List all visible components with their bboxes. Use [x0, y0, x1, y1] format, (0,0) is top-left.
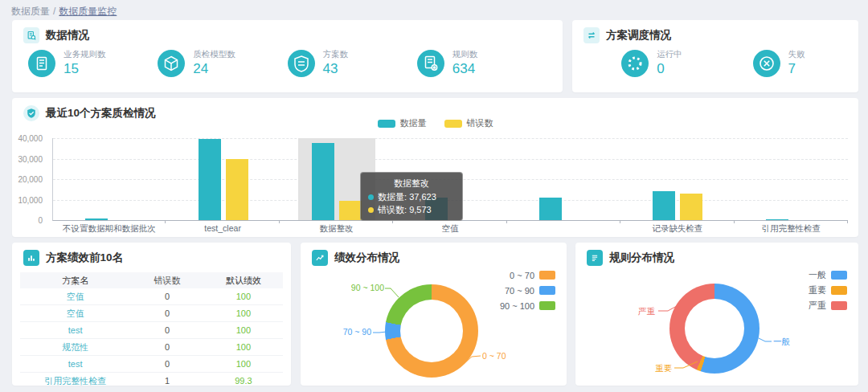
table-row: 引用完整性检查199.3: [20, 373, 283, 386]
legend-item-错误数[interactable]: 错误数: [444, 117, 493, 129]
bar-数据量-test_clear[interactable]: [199, 139, 221, 220]
y-axis-tick-label: 30,000: [18, 154, 43, 163]
stat-label: 方案数: [323, 49, 349, 60]
table-row: test0100: [20, 322, 283, 339]
transfer-arrows-icon: [583, 27, 600, 43]
rules-donut-chart[interactable]: [669, 284, 760, 374]
stat-failed: 失败 7: [715, 49, 842, 77]
plan-name-link[interactable]: 引用完整性检查: [20, 375, 130, 386]
error-count: 0: [130, 325, 204, 335]
stat-business-rules: 业务规则数 15: [28, 49, 158, 77]
legend-swatch: [444, 120, 462, 128]
legend-label: 数据量: [400, 117, 427, 129]
stat-label: 业务规则数: [63, 49, 106, 60]
stat-value: 7: [788, 61, 805, 77]
stat-label: 运行中: [657, 49, 682, 60]
y-axis-tick-label: 20,000: [18, 175, 43, 184]
bar-group-不设置数据期和数据批次: [53, 138, 166, 220]
dashboard-data-quality-monitor: 数据质量/数据质量监控 数据情况: [0, 0, 868, 392]
bar-错误数-记录缺失检查[interactable]: [680, 194, 702, 220]
table-row: 规范性0100: [20, 339, 283, 356]
breadcrumb-parent-link[interactable]: 数据质量: [11, 6, 50, 17]
table-title: 方案绩效前10名: [46, 251, 123, 265]
stat-value: 0: [657, 61, 682, 77]
plan-name-link[interactable]: 空值: [20, 291, 130, 303]
bar-数据量-记录缺失检查[interactable]: [653, 191, 675, 220]
legend-item-严重[interactable]: 严重: [809, 298, 847, 313]
table-header-row: 方案名错误数默认绩效: [20, 272, 283, 288]
table-row: 空值0100: [20, 288, 283, 305]
donut-legend: 0 ~ 7070 ~ 9090 ~ 100: [500, 267, 555, 313]
performance-donut-chart[interactable]: [385, 284, 478, 378]
card-perf-donut-header: 绩效分布情况: [301, 243, 567, 266]
bar-错误数-数据整改[interactable]: [339, 201, 362, 220]
page-section-title: 方案调度情况: [606, 28, 671, 43]
bar-chart-plot: 数据整改 数据量: 37,623 错误数: 9,573: [52, 138, 848, 221]
donut-callout-label: 严重: [638, 306, 655, 317]
shield-icon: [288, 50, 315, 77]
bar-group-test_clear: [166, 138, 280, 220]
table-row: test0100: [20, 356, 283, 373]
legend-item-数据量[interactable]: 数据量: [378, 117, 427, 129]
legend-label: 90 ~ 100: [500, 301, 534, 311]
tooltip-series: 数据量: [378, 192, 404, 202]
bar-group-记录缺失检查: [620, 138, 734, 220]
spinner-icon: [621, 50, 649, 77]
card-rules-donut-header: 规则分布情况: [575, 243, 858, 266]
tooltip-title: 数据整改: [368, 177, 455, 190]
bar-错误数-test_clear[interactable]: [226, 159, 248, 220]
legend-swatch: [831, 301, 847, 310]
card-perf-table: 方案绩效前10名 方案名错误数默认绩效空值0100空值0100test0100规…: [12, 243, 291, 386]
plan-name-link[interactable]: test: [20, 359, 130, 369]
bar-数据量-4[interactable]: [539, 198, 562, 220]
error-count: 0: [130, 308, 204, 318]
x-axis-label: 引用完整性检查: [735, 223, 848, 235]
default-score: 99.3: [204, 376, 283, 386]
plan-name-link[interactable]: 空值: [20, 308, 130, 320]
table-row: 空值0100: [20, 305, 283, 322]
default-score: 100: [204, 342, 283, 352]
y-axis-labels: 40,00030,00020,00010,0000: [12, 138, 47, 220]
donut-legend: 一般重要严重: [809, 267, 847, 313]
document-search-icon: [23, 27, 39, 43]
default-score: 100: [204, 359, 283, 369]
default-score: 100: [204, 292, 283, 301]
column-header: 方案名: [20, 275, 130, 287]
stat-value: 634: [452, 61, 478, 77]
document-lines-icon: [587, 250, 603, 266]
stat-value: 43: [323, 61, 349, 77]
legend-item-90 ~ 100[interactable]: 90 ~ 100: [500, 298, 555, 313]
default-score: 100: [204, 325, 283, 335]
stat-label: 失败: [788, 49, 805, 60]
legend-item-重要[interactable]: 重要: [809, 283, 847, 298]
x-axis-label: test_clear: [166, 223, 279, 235]
legend-item-一般[interactable]: 一般: [809, 267, 847, 283]
bar-数据量-数据整改[interactable]: [312, 143, 334, 220]
chart-title: 规则分布情况: [609, 251, 674, 265]
bar-数据量-不设置数据期和数据批次[interactable]: [85, 218, 108, 220]
series-dot: [368, 207, 374, 213]
scheduling-stats-row: 运行中 0 失败 7: [572, 49, 858, 77]
stat-running: 运行中 0: [588, 49, 715, 77]
donut-callout-label: 70 ~ 90: [336, 327, 371, 337]
legend-item-0 ~ 70[interactable]: 0 ~ 70: [500, 267, 555, 283]
default-score: 100: [204, 308, 283, 318]
legend-item-70 ~ 90[interactable]: 70 ~ 90: [500, 283, 555, 298]
plan-name-link[interactable]: test: [20, 325, 130, 335]
stat-value: 24: [193, 61, 235, 77]
bar-数据量-引用完整性检查[interactable]: [766, 219, 788, 220]
y-axis-tick-label: 40,000: [18, 134, 43, 143]
card-perf-donut: 绩效分布情况 0 ~ 7070 ~ 9090 ~ 100 90 ~ 100 70…: [301, 243, 567, 386]
bar-chart-icon: [23, 250, 39, 266]
breadcrumb-current-link[interactable]: 数据质量监控: [59, 6, 117, 17]
legend-label: 重要: [809, 284, 826, 296]
tooltip-row: 数据量: 37,623: [368, 190, 455, 203]
document-gear-icon: [417, 50, 444, 77]
trend-line-icon: [312, 250, 328, 266]
bar-group-引用完整性检查: [735, 138, 848, 220]
plan-name-link[interactable]: 规范性: [20, 341, 130, 353]
stat-plans: 方案数 43: [288, 49, 417, 77]
column-header: 默认绩效: [204, 275, 283, 287]
chart-tooltip: 数据整改 数据量: 37,623 错误数: 9,573: [360, 172, 463, 221]
breadcrumb: 数据质量/数据质量监控: [11, 5, 117, 18]
